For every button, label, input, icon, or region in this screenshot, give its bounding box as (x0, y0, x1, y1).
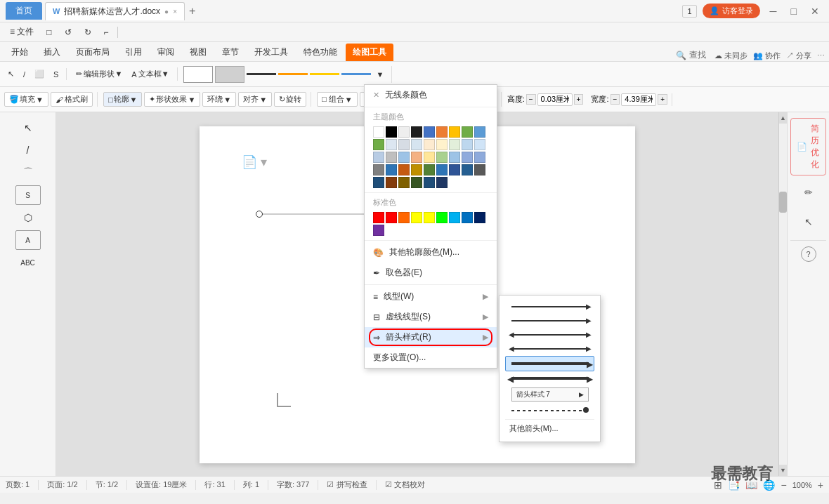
color-cell[interactable] (424, 212, 435, 223)
arrow-item-3[interactable]: ◀ ▶ (505, 328, 594, 342)
color-cell[interactable] (386, 139, 397, 150)
tab-start[interactable]: 开始 (4, 44, 35, 61)
color-cell[interactable] (398, 212, 410, 223)
arrow-item-2[interactable]: ▶ (505, 314, 594, 328)
line-preview-dark[interactable] (247, 73, 276, 75)
color-cell[interactable] (398, 139, 410, 150)
menu-new[interactable]: □ (41, 25, 57, 39)
dd-no-outline[interactable]: ✕ 无线条颜色 (365, 85, 497, 105)
left-tool-abc[interactable]: ABC (15, 253, 41, 272)
view-normal-icon[interactable]: ⊞ (714, 479, 722, 491)
color-cell[interactable] (449, 212, 460, 223)
rect-tool[interactable]: ⬜ (31, 68, 48, 80)
line-preview-blue[interactable] (341, 73, 371, 75)
tab-home[interactable]: 首页 (6, 2, 42, 20)
left-tool-rect[interactable]: S (15, 185, 41, 205)
spell-check[interactable]: ☑ 拼写检查 (327, 479, 367, 490)
color-cell[interactable] (411, 152, 422, 163)
arc-tool[interactable]: S (50, 69, 62, 80)
left-tool-cursor[interactable]: ↖ (15, 118, 41, 138)
color-cell[interactable] (373, 126, 384, 138)
color-cell[interactable] (449, 152, 460, 163)
color-cell[interactable] (411, 139, 422, 150)
dd-line-type[interactable]: ≡ 线型(W) ▶ (365, 286, 497, 307)
line-preview-gray[interactable] (215, 66, 244, 83)
color-cell[interactable] (424, 152, 435, 163)
color-cell[interactable] (474, 152, 485, 163)
right-tool-pen[interactable]: ✏ (796, 180, 821, 205)
cursor-tool[interactable]: ↖ (4, 68, 18, 80)
outline-button[interactable]: □ 轮廓 ▼ (103, 92, 143, 107)
dd-other-outline[interactable]: 🎨 其他轮廓颜色(M)... (365, 242, 497, 263)
color-cell[interactable] (373, 152, 384, 163)
color-cell[interactable] (449, 126, 460, 138)
color-cell[interactable] (436, 126, 448, 138)
arrow-item-8[interactable] (505, 404, 594, 418)
visit-login-button[interactable]: 👤 访客登录 (703, 4, 760, 18)
dd-more-settings[interactable]: 更多设置(O)... (365, 347, 497, 368)
color-cell[interactable] (386, 177, 397, 188)
tab-developer[interactable]: 开发工具 (247, 44, 295, 61)
color-cell[interactable] (474, 126, 485, 138)
color-cell[interactable] (424, 139, 435, 150)
height-decrease[interactable]: − (526, 94, 536, 105)
close-button[interactable]: ✕ (807, 6, 823, 17)
color-cell[interactable] (398, 126, 410, 138)
line-preview-orange[interactable] (278, 73, 308, 75)
color-cell[interactable] (462, 139, 473, 150)
width-increase[interactable]: + (658, 94, 667, 105)
color-cell[interactable] (462, 164, 473, 175)
menu-format[interactable]: ⌐ (98, 25, 115, 39)
text-box-btn[interactable]: A 文本框▼ (128, 67, 172, 81)
line-preview-white[interactable] (183, 66, 213, 83)
color-cell[interactable] (373, 139, 384, 150)
color-cell[interactable] (386, 126, 397, 138)
color-cell[interactable] (398, 177, 410, 188)
color-cell[interactable] (436, 212, 448, 223)
wrap-button[interactable]: 环绕 ▼ (202, 92, 236, 107)
color-cell[interactable] (436, 164, 448, 175)
zoom-plus[interactable]: + (818, 479, 823, 491)
color-cell[interactable] (436, 152, 448, 163)
line-preview-yellow[interactable] (310, 73, 339, 75)
color-cell[interactable] (436, 139, 448, 150)
more-icon[interactable]: ⋯ (817, 51, 825, 60)
color-cell[interactable] (424, 177, 435, 188)
scroll-up-button[interactable]: ▲ (779, 112, 787, 124)
color-cell[interactable] (373, 225, 384, 236)
left-tool-shape[interactable]: ⬡ (15, 208, 41, 227)
color-cell[interactable] (398, 164, 410, 175)
arrow-item-6[interactable]: ◀ ▶ (505, 371, 594, 385)
color-cell[interactable] (373, 177, 384, 188)
color-cell[interactable] (424, 126, 435, 138)
align-button[interactable]: 对齐 ▼ (238, 92, 272, 107)
scroll-track[interactable] (779, 124, 787, 465)
dd-arrow-style[interactable]: ⇒ 箭头样式(R) ▶ (365, 327, 497, 347)
color-cell[interactable] (462, 152, 473, 163)
menu-undo[interactable]: ↻ (79, 25, 97, 39)
width-decrease[interactable]: − (611, 94, 620, 105)
color-cell[interactable] (449, 139, 460, 150)
color-cell[interactable] (436, 177, 448, 188)
color-cell[interactable] (411, 164, 422, 175)
view-read-icon[interactable]: 📖 (745, 479, 757, 491)
left-tool-arc[interactable]: ⌒ (15, 163, 41, 183)
view-web-icon[interactable]: 🌐 (763, 479, 775, 491)
color-cell[interactable] (386, 164, 397, 175)
tab-page-layout[interactable]: 页面布局 (69, 44, 117, 61)
tab-doc[interactable]: W 招聘新媒体运营人才.docx ● × (45, 2, 185, 20)
color-cell[interactable] (386, 152, 397, 163)
height-increase[interactable]: + (574, 94, 584, 105)
arrow-item-5[interactable]: ▶ (505, 356, 594, 371)
fill-button[interactable]: 🪣 填充 ▼ (4, 92, 48, 107)
left-tool-text[interactable]: A (15, 230, 41, 250)
minimize-button[interactable]: ─ (766, 6, 781, 17)
tab-close-x[interactable]: × (173, 8, 177, 15)
view-outline-icon[interactable]: 📑 (728, 479, 740, 491)
scroll-thumb[interactable] (779, 192, 787, 213)
tab-section[interactable]: 章节 (215, 44, 246, 61)
color-cell[interactable] (474, 212, 485, 223)
color-cell[interactable] (424, 164, 435, 175)
line-tool[interactable]: / (20, 69, 29, 80)
restore-button[interactable]: □ (787, 6, 801, 17)
